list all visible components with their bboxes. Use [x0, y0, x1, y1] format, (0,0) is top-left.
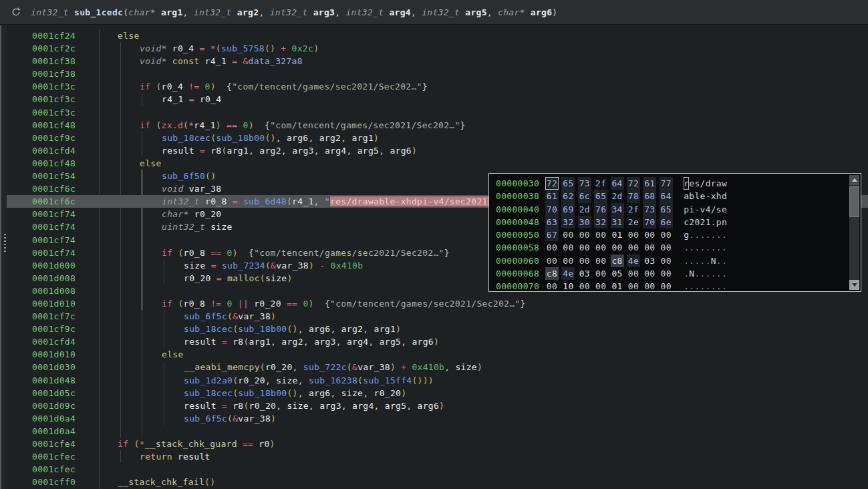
- hex-byte[interactable]: 01: [611, 280, 624, 293]
- line-address[interactable]: 0001d000: [32, 259, 76, 272]
- code-line[interactable]: 0001cf7csub_6f5c(&var_38): [0, 310, 868, 323]
- hex-byte[interactable]: 73: [643, 203, 656, 216]
- hex-address[interactable]: 00000030: [496, 177, 540, 190]
- line-address[interactable]: 0001cf3c: [32, 106, 76, 119]
- ascii-char[interactable]: .: [722, 267, 727, 280]
- line-address[interactable]: 0001cff0: [32, 476, 76, 488]
- ascii-char[interactable]: a: [684, 190, 689, 202]
- ascii-char[interactable]: c: [684, 216, 689, 228]
- hex-byte[interactable]: 03: [643, 255, 656, 267]
- line-address[interactable]: 0001cf24: [32, 29, 76, 42]
- function-token[interactable]: sub_6f50: [162, 171, 205, 181]
- scroll-up-button[interactable]: [849, 175, 859, 185]
- hex-byte[interactable]: 78: [627, 190, 640, 202]
- function-token[interactable]: sub_5758: [221, 43, 265, 53]
- code-line[interactable]: 0001cf3cr4_1 = r0_4: [0, 93, 868, 106]
- ascii-char[interactable]: .: [716, 241, 722, 254]
- function-token[interactable]: sub_722c: [303, 362, 347, 372]
- hex-byte[interactable]: 00: [660, 228, 673, 241]
- ascii-char[interactable]: .: [684, 255, 689, 267]
- code-line[interactable]: 0001cfec: [0, 463, 868, 476]
- hex-byte[interactable]: 00: [660, 241, 673, 254]
- ascii-char[interactable]: .: [689, 241, 694, 254]
- ascii-char[interactable]: /: [711, 203, 716, 216]
- ascii-char[interactable]: .: [716, 267, 722, 280]
- ascii-char[interactable]: .: [694, 255, 700, 267]
- ascii-char[interactable]: .: [700, 267, 705, 280]
- hex-byte[interactable]: 00: [643, 228, 656, 241]
- code-line[interactable]: 0001cfd4result = r8(arg1, arg2, arg3, ar…: [0, 335, 868, 348]
- hex-byte[interactable]: 00: [627, 267, 640, 280]
- hex-byte[interactable]: 01: [611, 228, 624, 241]
- function-token[interactable]: sub_6d48: [243, 196, 287, 206]
- function-token[interactable]: sub_18b00: [216, 133, 265, 143]
- ascii-char[interactable]: .: [689, 255, 694, 267]
- ascii-char[interactable]: r: [711, 177, 716, 190]
- line-address[interactable]: 0001cf74: [32, 247, 76, 259]
- hex-byte[interactable]: 00: [627, 280, 640, 293]
- ascii-char[interactable]: .: [700, 280, 705, 293]
- function-token[interactable]: sub_16238: [309, 375, 357, 385]
- hex-byte[interactable]: 00: [578, 280, 591, 293]
- hex-byte[interactable]: 32: [561, 216, 575, 228]
- ascii-char[interactable]: .: [716, 228, 722, 241]
- hex-byte[interactable]: 00: [578, 255, 591, 267]
- ascii-char[interactable]: 0: [694, 216, 700, 228]
- ascii-char[interactable]: .: [700, 228, 705, 241]
- ascii-char[interactable]: .: [694, 228, 700, 241]
- ascii-char[interactable]: d: [722, 190, 727, 202]
- ascii-char[interactable]: 2: [689, 216, 694, 228]
- line-address[interactable]: 0001cfe4: [32, 438, 76, 450]
- hex-byte[interactable]: 00: [594, 228, 607, 241]
- ascii-char[interactable]: v: [700, 203, 705, 216]
- code-line[interactable]: 0001d048sub_1d2a0(r0_20, size, sub_16238…: [0, 374, 868, 387]
- code-line[interactable]: 0001cf3c: [0, 106, 868, 119]
- hex-byte[interactable]: 2f: [627, 203, 640, 216]
- function-token[interactable]: sub_6f5c: [184, 311, 227, 321]
- ascii-char[interactable]: .: [711, 280, 716, 293]
- import-token[interactable]: malloc: [227, 273, 260, 283]
- function-token[interactable]: sub_18cec: [184, 388, 233, 398]
- hex-byte[interactable]: 70: [545, 203, 559, 216]
- code-line[interactable]: 0001cfe4if (*__stack_chk_guard == r0): [0, 438, 868, 450]
- hex-byte[interactable]: 00: [627, 228, 640, 241]
- hex-byte[interactable]: 4e: [561, 267, 575, 280]
- function-token[interactable]: sub_18cec: [162, 133, 210, 143]
- line-address[interactable]: 0001d008: [32, 272, 76, 285]
- line-address[interactable]: 0001cf48: [32, 157, 76, 170]
- ascii-char[interactable]: -: [694, 203, 700, 216]
- hex-byte[interactable]: 31: [611, 216, 624, 228]
- code-line[interactable]: 0001cf2cvoid* r0_4 = *(sub_5758() + 0x2c…: [0, 42, 868, 55]
- hex-byte[interactable]: 00: [545, 241, 559, 254]
- ascii-char[interactable]: .: [706, 241, 711, 254]
- hex-byte[interactable]: 4e: [627, 255, 640, 267]
- hex-address[interactable]: 00000070: [496, 280, 540, 293]
- ascii-char[interactable]: r: [684, 177, 689, 190]
- hex-address[interactable]: 00000038: [496, 190, 540, 202]
- line-address[interactable]: 0001cf2c: [32, 42, 76, 55]
- code-line[interactable]: 0001cfd4result = r8(arg1, arg2, arg3, ar…: [0, 144, 868, 157]
- line-address[interactable]: 0001cf38: [32, 67, 76, 80]
- line-address[interactable]: 0001cfd4: [32, 335, 76, 348]
- code-line[interactable]: 0001cf24else: [0, 29, 868, 42]
- ascii-char[interactable]: .: [684, 241, 689, 254]
- hex-address[interactable]: 00000048: [496, 216, 540, 228]
- ascii-char[interactable]: .: [706, 228, 711, 241]
- hex-byte[interactable]: 62: [561, 190, 575, 202]
- line-address[interactable]: 0001d09c: [32, 399, 76, 412]
- hex-byte[interactable]: 00: [643, 280, 656, 293]
- hex-byte[interactable]: 00: [627, 241, 640, 254]
- ascii-char[interactable]: .: [684, 267, 689, 280]
- line-address[interactable]: 0001cf74: [32, 208, 76, 220]
- ascii-char[interactable]: p: [716, 216, 722, 228]
- code-line[interactable]: 0001d0a4sub_6f5c(&var_38): [0, 412, 868, 425]
- ascii-char[interactable]: .: [722, 280, 727, 293]
- hex-byte[interactable]: 00: [594, 267, 607, 280]
- line-address[interactable]: 0001d010: [32, 348, 76, 361]
- ascii-char[interactable]: w: [722, 177, 727, 190]
- hex-address[interactable]: 00000068: [496, 267, 540, 280]
- function-token[interactable]: sub_6f5c: [184, 414, 227, 424]
- ascii-char[interactable]: n: [722, 216, 727, 228]
- code-line[interactable]: 0001cf48if (zx.d(*r4_1) == 0) {"com/tenc…: [0, 119, 868, 132]
- hex-byte[interactable]: 76: [594, 203, 607, 216]
